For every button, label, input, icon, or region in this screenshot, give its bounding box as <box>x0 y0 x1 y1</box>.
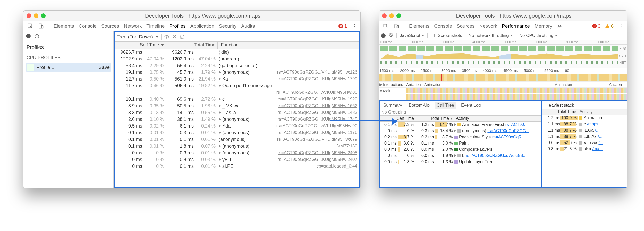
expand-icon[interactable] <box>219 158 221 161</box>
source-link[interactable]: VM77:139 <box>337 144 358 149</box>
expand-icon[interactable] <box>454 123 456 126</box>
expand-icon[interactable] <box>219 104 221 107</box>
close-icon[interactable] <box>27 13 31 18</box>
tab-audits[interactable]: Audits <box>241 23 255 29</box>
inspect-icon[interactable] <box>27 23 33 29</box>
close-x-icon[interactable]: ✕ <box>172 34 177 39</box>
col-self-time[interactable]: Self Time <box>380 116 416 121</box>
source-link[interactable]: /... <box>595 128 599 133</box>
source-link[interactable]: rs=ACT90oGqRZGG...KUlgM95Hw:1483 <box>278 110 357 115</box>
table-row[interactable]: 2.6 ms0.10 %38.1 ms1.49 %(anonymous)rs=A… <box>115 116 359 123</box>
table-row[interactable]: 0.1 ms3.0 %0.1 ms3.0 %Paint <box>380 140 541 146</box>
profile-item[interactable]: Profile 1 Save <box>26 63 111 72</box>
source-link[interactable]: rs=ACT90oGqRZGG...KUlgM95Hw:2407 <box>278 157 357 162</box>
table-row[interactable]: 0.0 ms2.0 %0.0 ms2.0 %Composite Layers <box>380 146 541 153</box>
track-main-sub[interactable] <box>379 94 627 100</box>
tab-network[interactable]: Network <box>124 23 142 29</box>
col-function[interactable]: Function <box>218 42 359 49</box>
tab-call-tree[interactable]: Call Tree <box>435 102 456 109</box>
tab-console[interactable]: Console <box>79 23 97 29</box>
source-link[interactable]: /ma... <box>592 147 603 151</box>
minimize-icon[interactable] <box>389 13 394 18</box>
expand-icon[interactable] <box>219 145 221 148</box>
clear-icon[interactable] <box>34 34 39 40</box>
expand-icon[interactable] <box>454 130 456 132</box>
tab-console[interactable]: Console <box>434 23 452 29</box>
titlebar[interactable]: Developer Tools - https://www.google.com… <box>379 11 627 21</box>
expand-icon[interactable] <box>454 154 456 157</box>
tab-summary[interactable]: Summary <box>382 102 404 109</box>
table-row[interactable]: 1202.9 ms47.04 %1202.9 ms47.04 %(program… <box>115 55 359 62</box>
hs-col-total[interactable]: Total Time <box>542 109 578 115</box>
more-tabs-icon[interactable]: ≫ <box>557 23 562 29</box>
table-row[interactable]: 3.3 ms0.13 %14.1 ms0.55 %_.as.lars=ACT90… <box>115 109 359 116</box>
tab-security[interactable]: Security <box>219 23 237 29</box>
table-row[interactable]: 0.1 ms0.01 %0.3 ms0.01 %(anonymous)rs=AC… <box>115 129 359 136</box>
table-row[interactable]: 0 ms0 %0.8 ms0.03 %yB.Trs=ACT90oGqRZGG..… <box>115 156 359 163</box>
col-self-time[interactable]: Self Time <box>115 42 166 49</box>
record-icon[interactable] <box>26 34 31 38</box>
table-row[interactable]: 0.1 ms0.01 %1.8 ms0.07 %(anonymous)VM77:… <box>115 143 359 149</box>
source-link[interactable]: cb=gapi.loaded_0:44 <box>317 164 357 169</box>
tab-bottom-up[interactable]: Bottom-Up <box>407 102 431 109</box>
save-link[interactable]: Save <box>99 65 110 70</box>
tab-application[interactable]: Application <box>190 23 214 29</box>
expand-icon[interactable] <box>219 118 221 121</box>
refresh-icon[interactable] <box>180 34 185 39</box>
source-link[interactable]: rs=ACT90oGqRZGG... <box>487 129 529 133</box>
view-select[interactable]: Tree (Top Down) <box>117 34 153 40</box>
source-link[interactable]: rs=ACT90oGqRZGGxuWo-z8B... <box>466 153 527 158</box>
table-row[interactable]: 0.1 ms0.01 %0.1 ms0.01 %(anonymous)rs=AC… <box>115 136 359 143</box>
table-row[interactable]: 0.3 ms21.5 %aKb/ma... <box>542 146 627 152</box>
flame-overview[interactable] <box>379 74 627 81</box>
table-row[interactable]: 19.1 ms0.75 %45.7 ms1.79 %(anonymous)rs=… <box>115 69 359 76</box>
table-row[interactable]: 1.1 ms88.7 %c/maps... <box>542 121 627 127</box>
table-row[interactable]: 0 ms0 %0.0 ms1.9 %brs=ACT90oGqRZGGxuWo-z… <box>380 153 541 159</box>
eye-icon[interactable] <box>164 34 169 39</box>
track-interactions[interactable]: ▶Interactions Ani…ion Animation Animatio… <box>379 81 627 87</box>
expand-icon[interactable] <box>219 131 221 134</box>
warn-badge[interactable]: 6 <box>605 23 614 29</box>
hs-col-activity[interactable]: Activity <box>578 109 627 115</box>
track-main[interactable]: ▼Main <box>379 87 627 94</box>
grouping-select[interactable]: No Grouping <box>380 109 541 116</box>
tab-sources[interactable]: Sources <box>457 23 475 29</box>
js-select[interactable]: JavaScript <box>400 33 424 38</box>
detail-body[interactable]: 0.1 ms7.3 %1.2 ms64.7 %Animation Frame F… <box>380 122 541 187</box>
more-icon[interactable]: ⋮ <box>352 23 357 29</box>
tab-network[interactable]: Network <box>479 23 497 29</box>
col-total-time[interactable]: Total Time <box>166 42 218 49</box>
table-row[interactable]: 11.7 ms0.46 %506.9 ms19.82 %Oda.b.port1.… <box>115 82 359 89</box>
tab-elements[interactable]: Elements <box>409 23 429 29</box>
source-link[interactable]: rs=ACT90oGqRZGG...KUlgM95Hw:1745 <box>278 117 357 122</box>
record-icon[interactable] <box>381 33 386 38</box>
col-activity[interactable]: Activity <box>454 116 541 121</box>
tab-sources[interactable]: Sources <box>101 23 119 29</box>
error-badge[interactable]: ✕3 <box>592 23 601 29</box>
table-row[interactable]: 0 ms0 %0.3 ms0.01 %(anonymous)rs=ACT90oG… <box>115 149 359 156</box>
table-row[interactable]: 10.1 ms0.40 %69.6 ms2.72 %crs=ACT90oGqRZ… <box>115 96 359 102</box>
clear-icon[interactable] <box>389 33 393 38</box>
titlebar[interactable]: Developer Tools - https://www.google.com… <box>23 11 360 21</box>
source-link[interactable]: rs=ACT90oGqRZGG...KUlgM95Hw:1799 <box>278 76 357 82</box>
source-link[interactable]: rs=ACT90oGqR... <box>492 135 525 139</box>
table-row[interactable]: 1.1 ms88.7 %LJb.Aa/... <box>542 133 627 140</box>
tab-timeline[interactable]: Timeline <box>146 23 165 29</box>
table-row[interactable]: 0 ms0 %0.3 ms18.4 %(anonymous)rs=ACT90oG… <box>380 128 541 134</box>
source-link[interactable]: /... <box>598 140 603 145</box>
source-link[interactable]: rs=ACT90oGqRZGG...VKUlgM95Hw:126 <box>277 70 357 75</box>
close-icon[interactable] <box>382 13 387 18</box>
table-row[interactable]: 58.4 ms2.29 %58.4 ms2.29 %(garbage colle… <box>115 62 359 69</box>
source-link[interactable]: rs=ACT90oGqRZGG...KUlgM95Hw:1176 <box>278 130 357 135</box>
table-row[interactable]: 0.0 ms1.3 %0.0 ms1.3 %Update Layer Tree <box>380 159 541 165</box>
tab-profiles[interactable]: Profiles <box>169 23 185 29</box>
inspect-icon[interactable] <box>383 23 389 29</box>
expand-icon[interactable] <box>219 151 221 154</box>
cpu-throttle[interactable]: No CPU throttling <box>519 33 557 38</box>
overview-strip[interactable]: 1000 ms2000 ms3000 ms4000 ms5000 ms6000 … <box>379 40 627 68</box>
table-row[interactable]: 0.2 ms8.7 %0.2 ms8.7 %Recalculate Styler… <box>380 134 541 140</box>
tab-performance[interactable]: Performance <box>502 23 530 29</box>
table-row[interactable]: 0.1 ms7.3 %1.2 ms64.7 %Animation Frame F… <box>380 122 541 128</box>
expand-icon[interactable] <box>219 165 221 168</box>
tab-event-log[interactable]: Event Log <box>460 102 482 109</box>
